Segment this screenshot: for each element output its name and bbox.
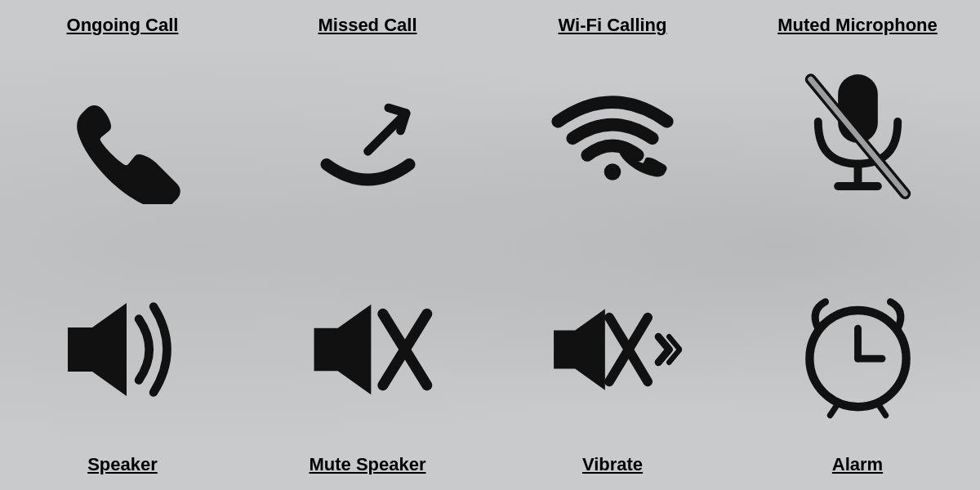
speaker-icon-main [56,284,190,415]
bottom-cell-2: Mute Speaker [245,245,490,490]
alarm-icon-wrap [791,245,925,454]
vibrate-icon [543,284,682,415]
missed-call-icon-wrap [301,36,435,245]
svg-line-24 [830,404,837,415]
mute-speaker-bottom-label: Mute Speaker [309,454,425,490]
mute-speaker-icon [302,284,433,415]
bottom-cell-3: Vibrate [490,245,735,490]
missed-call-icon-main [301,75,435,206]
wifi-calling-top-label: Wi-Fi Calling [558,0,666,36]
svg-marker-14 [68,303,127,396]
bottom-cell-1: Speaker [0,245,245,490]
alarm-bottom-label: Alarm [832,454,883,490]
mute-speaker-icon-wrap [302,245,433,454]
vibrate-bottom-label: Vibrate [582,454,643,490]
muted-mic-icon-wrap [795,36,921,245]
phone-icon-main [61,78,184,204]
top-cell-4: Muted Microphone [735,0,980,245]
top-cell-1: Ongoing Call [0,0,245,245]
svg-line-25 [878,404,885,415]
alarm-icon [791,280,925,419]
wifi-calling-icon-wrap [539,36,686,245]
missed-call-top-label: Missed Call [318,0,416,36]
speaker-icon-wrap [56,245,190,454]
svg-point-8 [604,163,621,180]
muted-mic-icon-main [795,69,921,212]
speaker-bottom-label: Speaker [87,454,158,490]
muted-mic-top-label: Muted Microphone [777,0,938,36]
svg-marker-18 [554,309,605,390]
phone-icon-wrap [61,36,184,245]
ongoing-call-top-label: Ongoing Call [67,0,179,36]
top-cell-3: Wi-Fi Calling [490,0,735,245]
vibrate-icon-wrap [543,245,682,454]
main-grid: Ongoing Call Missed Call Wi-Fi Calling [0,0,980,490]
svg-marker-15 [314,305,372,395]
wifi-call-icon-main [539,67,686,214]
bottom-cell-4: Alarm [735,245,980,490]
top-cell-2: Missed Call [245,0,490,245]
